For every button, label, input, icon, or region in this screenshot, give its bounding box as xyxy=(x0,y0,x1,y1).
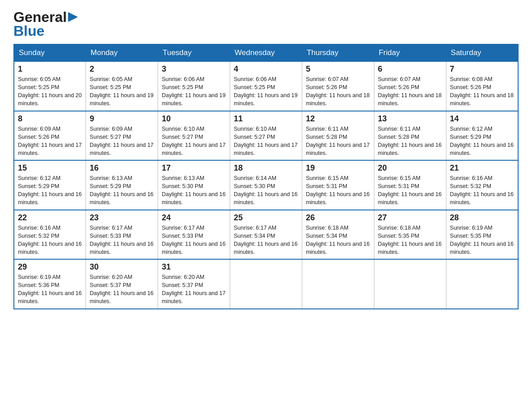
day-number: 20 xyxy=(378,163,442,173)
calendar-header-tuesday: Tuesday xyxy=(158,44,230,61)
calendar-header-monday: Monday xyxy=(86,44,158,61)
calendar-cell: 24Sunrise: 6:17 AMSunset: 5:33 PMDayligh… xyxy=(158,210,230,260)
day-number: 18 xyxy=(234,163,298,173)
day-number: 9 xyxy=(90,114,154,124)
calendar-cell: 31Sunrise: 6:20 AMSunset: 5:37 PMDayligh… xyxy=(158,259,230,309)
calendar-cell: 21Sunrise: 6:16 AMSunset: 5:32 PMDayligh… xyxy=(446,160,518,210)
day-info: Sunrise: 6:19 AMSunset: 5:36 PMDaylight:… xyxy=(18,273,82,306)
calendar-cell xyxy=(230,259,302,309)
day-info: Sunrise: 6:05 AMSunset: 5:25 PMDaylight:… xyxy=(18,75,82,108)
calendar-week-row: 29Sunrise: 6:19 AMSunset: 5:36 PMDayligh… xyxy=(14,259,518,309)
day-info: Sunrise: 6:17 AMSunset: 5:33 PMDaylight:… xyxy=(162,224,226,257)
day-number: 10 xyxy=(162,114,226,124)
day-number: 7 xyxy=(450,64,514,74)
calendar-cell: 1Sunrise: 6:05 AMSunset: 5:25 PMDaylight… xyxy=(14,61,86,111)
calendar-cell xyxy=(446,259,518,309)
svg-marker-0 xyxy=(68,12,78,22)
day-info: Sunrise: 6:17 AMSunset: 5:34 PMDaylight:… xyxy=(234,224,298,257)
day-info: Sunrise: 6:19 AMSunset: 5:35 PMDaylight:… xyxy=(450,224,514,257)
day-number: 25 xyxy=(234,213,298,223)
calendar-cell: 25Sunrise: 6:17 AMSunset: 5:34 PMDayligh… xyxy=(230,210,302,260)
calendar-cell: 26Sunrise: 6:18 AMSunset: 5:34 PMDayligh… xyxy=(302,210,374,260)
calendar-header-thursday: Thursday xyxy=(302,44,374,61)
calendar-header-wednesday: Wednesday xyxy=(230,44,302,61)
day-number: 16 xyxy=(90,163,154,173)
day-number: 27 xyxy=(378,213,442,223)
day-number: 30 xyxy=(90,262,154,272)
day-info: Sunrise: 6:05 AMSunset: 5:25 PMDaylight:… xyxy=(90,75,154,108)
day-number: 13 xyxy=(378,114,442,124)
day-number: 21 xyxy=(450,163,514,173)
day-number: 3 xyxy=(162,64,226,74)
calendar-cell: 5Sunrise: 6:07 AMSunset: 5:26 PMDaylight… xyxy=(302,61,374,111)
day-info: Sunrise: 6:15 AMSunset: 5:31 PMDaylight:… xyxy=(306,174,370,207)
day-info: Sunrise: 6:20 AMSunset: 5:37 PMDaylight:… xyxy=(90,273,154,306)
day-number: 19 xyxy=(306,163,370,173)
calendar-cell: 20Sunrise: 6:15 AMSunset: 5:31 PMDayligh… xyxy=(374,160,446,210)
day-info: Sunrise: 6:10 AMSunset: 5:27 PMDaylight:… xyxy=(234,125,298,158)
day-number: 17 xyxy=(162,163,226,173)
day-info: Sunrise: 6:13 AMSunset: 5:29 PMDaylight:… xyxy=(90,174,154,207)
day-info: Sunrise: 6:14 AMSunset: 5:30 PMDaylight:… xyxy=(234,174,298,207)
day-info: Sunrise: 6:12 AMSunset: 5:29 PMDaylight:… xyxy=(18,174,82,207)
day-info: Sunrise: 6:15 AMSunset: 5:31 PMDaylight:… xyxy=(378,174,442,207)
day-number: 14 xyxy=(450,114,514,124)
calendar-table: SundayMondayTuesdayWednesdayThursdayFrid… xyxy=(13,44,519,309)
calendar-cell: 22Sunrise: 6:16 AMSunset: 5:32 PMDayligh… xyxy=(14,210,86,260)
calendar-header-sunday: Sunday xyxy=(14,44,86,61)
calendar-header-friday: Friday xyxy=(374,44,446,61)
day-number: 1 xyxy=(18,64,82,74)
calendar-week-row: 8Sunrise: 6:09 AMSunset: 5:26 PMDaylight… xyxy=(14,111,518,161)
calendar-cell: 29Sunrise: 6:19 AMSunset: 5:36 PMDayligh… xyxy=(14,259,86,309)
day-number: 15 xyxy=(18,163,82,173)
calendar-cell xyxy=(374,259,446,309)
calendar-week-row: 1Sunrise: 6:05 AMSunset: 5:25 PMDaylight… xyxy=(14,61,518,111)
day-info: Sunrise: 6:06 AMSunset: 5:25 PMDaylight:… xyxy=(162,75,226,108)
day-number: 28 xyxy=(450,213,514,223)
calendar-cell: 12Sunrise: 6:11 AMSunset: 5:28 PMDayligh… xyxy=(302,111,374,161)
day-number: 2 xyxy=(90,64,154,74)
calendar-cell: 15Sunrise: 6:12 AMSunset: 5:29 PMDayligh… xyxy=(14,160,86,210)
calendar-cell: 11Sunrise: 6:10 AMSunset: 5:27 PMDayligh… xyxy=(230,111,302,161)
calendar-cell: 27Sunrise: 6:18 AMSunset: 5:35 PMDayligh… xyxy=(374,210,446,260)
day-info: Sunrise: 6:09 AMSunset: 5:26 PMDaylight:… xyxy=(18,125,82,158)
day-info: Sunrise: 6:12 AMSunset: 5:29 PMDaylight:… xyxy=(450,125,514,158)
calendar-cell: 23Sunrise: 6:17 AMSunset: 5:33 PMDayligh… xyxy=(86,210,158,260)
day-number: 6 xyxy=(378,64,442,74)
calendar-cell: 10Sunrise: 6:10 AMSunset: 5:27 PMDayligh… xyxy=(158,111,230,161)
day-info: Sunrise: 6:17 AMSunset: 5:33 PMDaylight:… xyxy=(90,224,154,257)
calendar-cell: 30Sunrise: 6:20 AMSunset: 5:37 PMDayligh… xyxy=(86,259,158,309)
calendar-cell: 7Sunrise: 6:08 AMSunset: 5:26 PMDaylight… xyxy=(446,61,518,111)
calendar-cell: 17Sunrise: 6:13 AMSunset: 5:30 PMDayligh… xyxy=(158,160,230,210)
logo-arrow-icon xyxy=(68,12,78,22)
day-info: Sunrise: 6:10 AMSunset: 5:27 PMDaylight:… xyxy=(162,125,226,158)
day-number: 8 xyxy=(18,114,82,124)
day-info: Sunrise: 6:07 AMSunset: 5:26 PMDaylight:… xyxy=(378,75,442,108)
day-number: 26 xyxy=(306,213,370,223)
calendar-cell: 6Sunrise: 6:07 AMSunset: 5:26 PMDaylight… xyxy=(374,61,446,111)
day-info: Sunrise: 6:07 AMSunset: 5:26 PMDaylight:… xyxy=(306,75,370,108)
day-info: Sunrise: 6:16 AMSunset: 5:32 PMDaylight:… xyxy=(450,174,514,207)
day-info: Sunrise: 6:18 AMSunset: 5:35 PMDaylight:… xyxy=(378,224,442,257)
day-info: Sunrise: 6:20 AMSunset: 5:37 PMDaylight:… xyxy=(162,273,226,306)
calendar-header-row: SundayMondayTuesdayWednesdayThursdayFrid… xyxy=(14,44,518,61)
calendar-week-row: 22Sunrise: 6:16 AMSunset: 5:32 PMDayligh… xyxy=(14,210,518,260)
logo: General Blue xyxy=(13,9,78,39)
day-number: 23 xyxy=(90,213,154,223)
calendar-cell: 19Sunrise: 6:15 AMSunset: 5:31 PMDayligh… xyxy=(302,160,374,210)
day-number: 22 xyxy=(18,213,82,223)
day-number: 12 xyxy=(306,114,370,124)
day-number: 24 xyxy=(162,213,226,223)
day-info: Sunrise: 6:16 AMSunset: 5:32 PMDaylight:… xyxy=(18,224,82,257)
calendar-cell: 16Sunrise: 6:13 AMSunset: 5:29 PMDayligh… xyxy=(86,160,158,210)
day-number: 29 xyxy=(18,262,82,272)
calendar-cell: 18Sunrise: 6:14 AMSunset: 5:30 PMDayligh… xyxy=(230,160,302,210)
calendar-cell: 3Sunrise: 6:06 AMSunset: 5:25 PMDaylight… xyxy=(158,61,230,111)
day-number: 5 xyxy=(306,64,370,74)
calendar-week-row: 15Sunrise: 6:12 AMSunset: 5:29 PMDayligh… xyxy=(14,160,518,210)
day-info: Sunrise: 6:06 AMSunset: 5:25 PMDaylight:… xyxy=(234,75,298,108)
calendar-cell: 13Sunrise: 6:11 AMSunset: 5:28 PMDayligh… xyxy=(374,111,446,161)
day-info: Sunrise: 6:11 AMSunset: 5:28 PMDaylight:… xyxy=(306,125,370,158)
calendar-cell: 8Sunrise: 6:09 AMSunset: 5:26 PMDaylight… xyxy=(14,111,86,161)
calendar-cell: 9Sunrise: 6:09 AMSunset: 5:27 PMDaylight… xyxy=(86,111,158,161)
